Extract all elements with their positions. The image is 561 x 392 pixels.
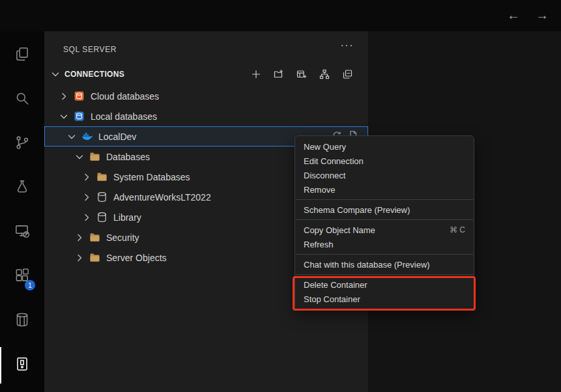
tree-item-label: Local databases xyxy=(91,111,157,122)
tree-item-cloud-databases[interactable]: Cloud databases xyxy=(44,86,368,106)
title-bar: ← → xyxy=(0,0,561,31)
activity-item-testing[interactable] xyxy=(0,170,44,206)
menu-item-label: Disconnect xyxy=(304,171,345,180)
chevron-down-icon[interactable] xyxy=(50,69,61,79)
menu-separator xyxy=(296,254,473,255)
add-connection-icon[interactable] xyxy=(251,69,261,79)
container-icon xyxy=(14,311,31,331)
tree-item-label: System Databases xyxy=(113,172,190,182)
chevron-right-icon[interactable] xyxy=(74,253,85,263)
menu-separator xyxy=(296,274,473,275)
folder-icon xyxy=(96,171,108,182)
activity-bar: 1 xyxy=(0,31,44,392)
menu-separator xyxy=(296,219,473,220)
menu-item-shortcut: ⌘ C xyxy=(450,225,465,234)
tree-item-label: AdventureWorksLT2022 xyxy=(113,192,211,203)
tree-item-label: Databases xyxy=(106,152,150,162)
forward-icon[interactable]: → xyxy=(534,6,551,24)
connections-section-header[interactable]: CONNECTIONS xyxy=(44,65,368,83)
sidebar-header: SQL SERVER ··· xyxy=(44,31,368,65)
remote-monitor-icon xyxy=(14,223,31,242)
history-nav: ← → xyxy=(505,6,551,24)
menu-item-chat-with-database[interactable]: Chat with this database (Preview) xyxy=(295,257,474,272)
menu-item-label: Edit Connection xyxy=(304,156,364,166)
chevron-down-icon[interactable] xyxy=(66,132,77,142)
connections-label: CONNECTIONS xyxy=(65,70,124,79)
more-actions-icon[interactable]: ··· xyxy=(341,40,354,51)
new-deployment-icon[interactable] xyxy=(296,69,307,79)
chevron-down-icon[interactable] xyxy=(74,152,85,162)
new-connection-group-icon[interactable] xyxy=(274,69,284,79)
database-icon xyxy=(96,212,108,223)
menu-item-label: Remove xyxy=(304,185,335,195)
tree-item-label: Library xyxy=(113,212,141,223)
menu-item-disconnect[interactable]: Disconnect xyxy=(295,168,474,182)
sql-server-icon xyxy=(14,356,31,375)
connect-network-icon[interactable] xyxy=(319,69,330,79)
chevron-down-icon[interactable] xyxy=(59,111,69,122)
activity-item-sql-server[interactable] xyxy=(0,347,44,384)
explorer-copy-icon xyxy=(14,46,31,65)
source-control-icon xyxy=(14,134,31,154)
folder-icon xyxy=(89,151,100,162)
chevron-right-icon[interactable] xyxy=(81,192,92,203)
menu-item-new-query[interactable]: New Query xyxy=(295,139,474,154)
beaker-icon xyxy=(14,178,31,198)
chevron-right-icon[interactable] xyxy=(81,212,92,223)
menu-item-label: Schema Compare (Preview) xyxy=(304,205,410,215)
search-icon xyxy=(14,90,31,109)
activity-item-search[interactable] xyxy=(0,81,44,118)
back-icon[interactable]: ← xyxy=(505,6,522,24)
cloud-database-icon xyxy=(74,91,85,102)
vscode-window: { "colors": { "accent_blue": "#2e7cd6", … xyxy=(0,0,561,392)
activity-item-extensions[interactable]: 1 xyxy=(0,259,44,295)
context-menu: New Query Edit Connection Disconnect Rem… xyxy=(295,135,474,310)
chevron-right-icon[interactable] xyxy=(74,232,85,243)
chevron-right-icon[interactable] xyxy=(81,172,92,182)
local-database-icon xyxy=(74,111,85,122)
activity-item-containers[interactable] xyxy=(0,303,44,339)
collapse-all-icon[interactable] xyxy=(342,69,352,79)
tree-item-label: Cloud databases xyxy=(91,91,159,102)
sidebar-title: SQL SERVER xyxy=(63,45,117,54)
menu-item-edit-connection[interactable]: Edit Connection xyxy=(295,154,474,168)
menu-item-schema-compare[interactable]: Schema Compare (Preview) xyxy=(295,203,474,217)
menu-item-delete-container[interactable]: Delete Container xyxy=(295,277,474,292)
chevron-right-icon[interactable] xyxy=(59,91,69,102)
menu-item-label: New Query xyxy=(304,142,346,152)
activity-item-remote[interactable] xyxy=(0,214,44,251)
tree-item-label: Server Objects xyxy=(106,253,167,263)
folder-icon xyxy=(89,232,100,243)
activity-item-source-control[interactable] xyxy=(0,126,44,162)
menu-item-stop-container[interactable]: Stop Container xyxy=(295,292,474,306)
menu-item-label: Chat with this database (Preview) xyxy=(304,260,430,270)
connections-toolbar xyxy=(251,69,368,79)
extensions-badge: 1 xyxy=(25,280,35,290)
menu-item-label: Delete Container xyxy=(304,280,367,290)
activity-item-explorer[interactable] xyxy=(0,37,44,74)
tree-item-label: Security xyxy=(106,232,139,243)
menu-item-remove[interactable]: Remove xyxy=(295,182,474,197)
tree-item-label: LocalDev xyxy=(98,132,136,142)
tree-item-local-databases[interactable]: Local databases xyxy=(44,106,368,126)
menu-separator xyxy=(296,199,473,200)
menu-item-label: Refresh xyxy=(304,240,334,249)
menu-item-copy-object-name[interactable]: Copy Object Name ⌘ C xyxy=(295,223,474,237)
docker-whale-icon xyxy=(81,131,93,142)
menu-item-label: Stop Container xyxy=(304,294,360,304)
folder-icon xyxy=(89,252,100,263)
database-icon xyxy=(96,191,108,203)
menu-item-label: Copy Object Name xyxy=(304,225,375,235)
menu-item-refresh[interactable]: Refresh xyxy=(295,237,474,251)
